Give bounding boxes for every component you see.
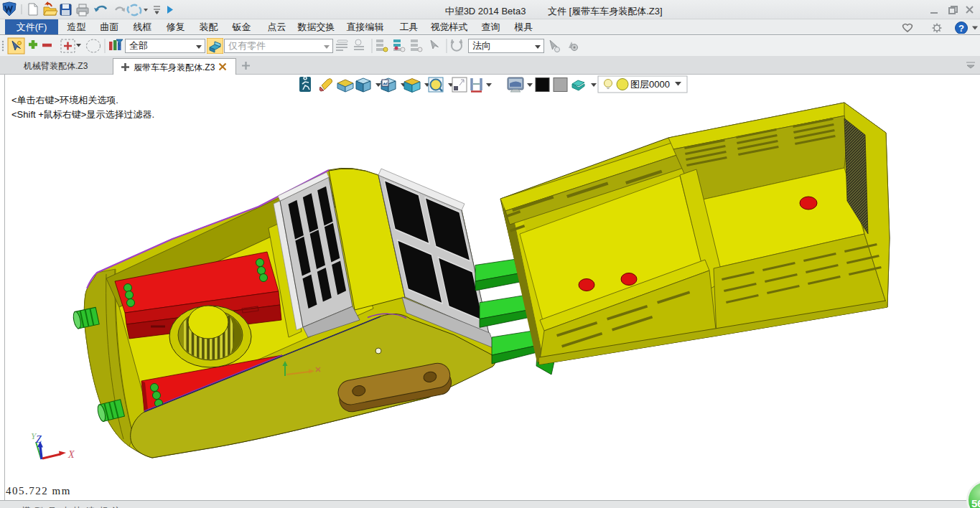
svg-text:?: ? <box>958 23 964 34</box>
svg-text:Z: Z <box>36 434 42 445</box>
svg-text:X: X <box>67 449 75 460</box>
